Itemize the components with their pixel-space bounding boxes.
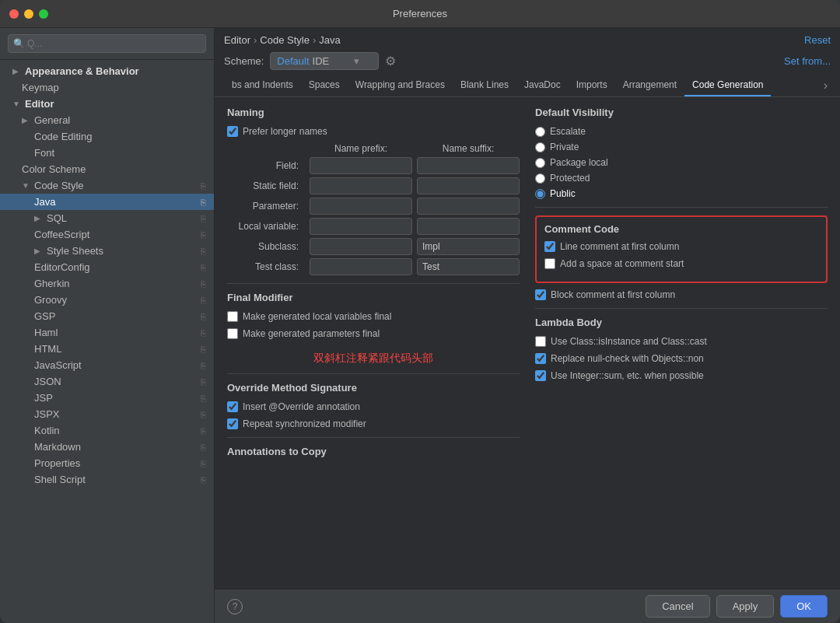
ok-button[interactable]: OK xyxy=(780,595,828,618)
sidebar-item-kotlin[interactable]: Kotlin ⎘ xyxy=(0,422,214,439)
block-comment-first-col-checkbox[interactable] xyxy=(535,289,546,300)
close-button[interactable] xyxy=(9,9,19,19)
tab-code-generation[interactable]: Code Generation xyxy=(684,75,771,96)
subclass-suffix-input[interactable] xyxy=(417,238,520,255)
sidebar-item-jsp[interactable]: JSP ⎘ xyxy=(0,390,214,406)
tab-tabs-and-indents[interactable]: bs and Indents xyxy=(224,75,301,96)
sidebar-item-label: Java xyxy=(34,196,55,208)
sidebar-item-gsp[interactable]: GSP ⎘ xyxy=(0,308,214,324)
field-suffix-input[interactable] xyxy=(417,157,520,174)
set-from-button[interactable]: Set from... xyxy=(784,55,831,67)
static-field-prefix-input[interactable] xyxy=(310,177,412,194)
sidebar-item-code-style[interactable]: ▼ Code Style ⎘ xyxy=(0,177,214,194)
use-integer-sum-checkbox[interactable] xyxy=(535,370,546,381)
maximize-button[interactable] xyxy=(39,9,48,19)
sidebar-item-style-sheets[interactable]: ▶ Style Sheets ⎘ xyxy=(0,243,214,259)
sidebar-item-coffeescript[interactable]: CoffeeScript ⎘ xyxy=(0,226,214,243)
sidebar-item-markdown[interactable]: Markdown ⎘ xyxy=(0,439,214,455)
repeat-synchronized-row: Repeat synchronized modifier xyxy=(227,418,520,429)
tab-javadoc[interactable]: JavaDoc xyxy=(516,75,569,96)
copy-icon: ⎘ xyxy=(201,198,206,207)
gear-icon[interactable]: ⚙ xyxy=(385,54,396,68)
cancel-button[interactable]: Cancel xyxy=(646,595,709,618)
static-field-suffix-input[interactable] xyxy=(417,177,520,194)
visibility-radio-group: Escalate Private Package local xyxy=(535,126,828,199)
sidebar-item-jspx[interactable]: JSPX ⎘ xyxy=(0,406,214,422)
tab-spaces[interactable]: Spaces xyxy=(301,75,348,96)
copy-icon: ⎘ xyxy=(201,328,206,338)
sidebar-item-editorconfig[interactable]: EditorConfig ⎘ xyxy=(0,259,214,275)
breadcrumb-editor[interactable]: Editor xyxy=(224,34,250,46)
scheme-dropdown[interactable]: Default IDE ▾ xyxy=(270,52,379,70)
local-variable-suffix-input[interactable] xyxy=(417,218,520,235)
test-class-suffix-input[interactable] xyxy=(417,258,520,275)
search-input[interactable] xyxy=(8,34,206,53)
local-variables-final-checkbox[interactable] xyxy=(227,311,238,322)
sidebar-item-font[interactable]: Font xyxy=(0,145,214,161)
sidebar-item-keymap[interactable]: Keymap xyxy=(0,79,214,96)
sidebar-item-editor[interactable]: ▼ Editor xyxy=(0,96,214,112)
tab-blank-lines[interactable]: Blank Lines xyxy=(453,75,516,96)
public-radio[interactable] xyxy=(535,189,545,199)
insert-override-checkbox[interactable] xyxy=(227,401,238,412)
parameters-final-label: Make generated parameters final xyxy=(243,328,380,339)
breadcrumb-java[interactable]: Java xyxy=(319,34,340,46)
sidebar-item-groovy[interactable]: Groovy ⎘ xyxy=(0,292,214,308)
sidebar-item-properties[interactable]: Properties ⎘ xyxy=(0,455,214,471)
sidebar-item-code-editing[interactable]: Code Editing xyxy=(0,128,214,145)
add-space-comment-label: Add a space at comment start xyxy=(560,258,684,269)
sidebar-item-javascript[interactable]: JavaScript ⎘ xyxy=(0,357,214,373)
arrow-icon: ▼ xyxy=(22,181,31,190)
package-local-radio[interactable] xyxy=(535,158,545,168)
reset-button[interactable]: Reset xyxy=(804,34,831,46)
apply-button[interactable]: Apply xyxy=(716,595,775,618)
field-prefix-input[interactable] xyxy=(310,157,412,174)
sidebar-item-color-scheme[interactable]: Color Scheme xyxy=(0,161,214,177)
prefer-longer-names-checkbox[interactable] xyxy=(227,126,238,137)
sidebar-item-appearance[interactable]: ▶ Appearance & Behavior xyxy=(0,63,214,79)
test-class-prefix-input[interactable] xyxy=(310,258,412,275)
add-space-comment-checkbox[interactable] xyxy=(544,258,555,269)
parameters-final-checkbox[interactable] xyxy=(227,328,238,339)
private-radio[interactable] xyxy=(535,142,545,152)
parameter-prefix-input[interactable] xyxy=(310,198,412,215)
annotations-to-copy-title: Annotations to Copy xyxy=(227,446,520,457)
tab-wrapping[interactable]: Wrapping and Braces xyxy=(348,75,453,96)
sidebar-item-java[interactable]: Java ⎘ xyxy=(0,194,214,210)
sidebar-item-sql[interactable]: ▶ SQL ⎘ xyxy=(0,210,214,226)
line-comment-first-col-checkbox[interactable] xyxy=(544,241,555,252)
sidebar-item-html[interactable]: HTML ⎘ xyxy=(0,341,214,357)
sidebar-item-haml[interactable]: Haml ⎘ xyxy=(0,324,214,341)
breadcrumb-code-style[interactable]: Code Style xyxy=(260,34,310,46)
divider3 xyxy=(227,437,520,438)
sidebar-item-general[interactable]: ▶ General xyxy=(0,112,214,128)
sidebar-item-label: Properties xyxy=(34,457,80,469)
local-variable-prefix-input[interactable] xyxy=(310,218,412,235)
test-class-label: Test class: xyxy=(227,261,305,272)
copy-icon: ⎘ xyxy=(201,296,206,305)
tab-arrangement[interactable]: Arrangement xyxy=(615,75,684,96)
public-label: Public xyxy=(550,188,576,199)
repeat-synchronized-checkbox[interactable] xyxy=(227,418,238,429)
search-box: 🔍 xyxy=(0,28,214,60)
naming-row-field: Field: xyxy=(227,157,520,174)
replace-null-check-checkbox[interactable] xyxy=(535,353,546,364)
help-button[interactable]: ? xyxy=(227,599,243,614)
breadcrumb-sep1: › xyxy=(254,34,257,46)
tabs-bar: bs and Indents Spaces Wrapping and Brace… xyxy=(215,75,840,97)
use-class-instance-checkbox[interactable] xyxy=(535,336,546,347)
tab-imports[interactable]: Imports xyxy=(569,75,615,96)
minimize-button[interactable] xyxy=(24,9,33,19)
sidebar-item-gherkin[interactable]: Gherkin ⎘ xyxy=(0,275,214,292)
parameter-suffix-input[interactable] xyxy=(417,198,520,215)
bottom-buttons: Cancel Apply OK xyxy=(646,595,828,618)
sidebar-item-shell-script[interactable]: Shell Script ⎘ xyxy=(0,471,214,488)
subclass-prefix-input[interactable] xyxy=(310,238,412,255)
copy-icon: ⎘ xyxy=(201,377,206,387)
add-space-comment-row: Add a space at comment start xyxy=(544,258,818,269)
copy-icon: ⎘ xyxy=(201,475,206,485)
protected-radio[interactable] xyxy=(535,173,545,184)
tabs-more-icon[interactable]: › xyxy=(821,75,831,96)
sidebar-item-json[interactable]: JSON ⎘ xyxy=(0,373,214,390)
escalate-radio[interactable] xyxy=(535,127,545,137)
